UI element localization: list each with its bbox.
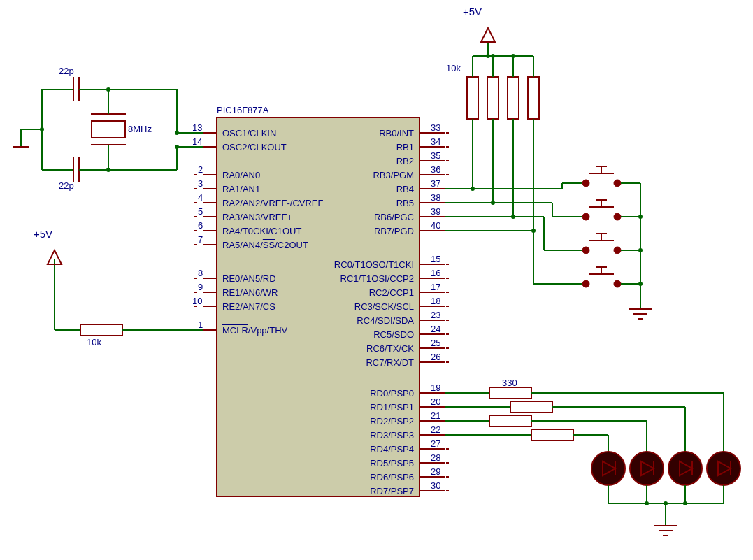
lbl-rd2: RD2/PSP2 <box>370 416 414 426</box>
lbl-ra0: RA0/AN0 <box>222 170 260 180</box>
pullup-res-label: 10k <box>446 63 461 73</box>
svg-rect-101 <box>487 77 499 119</box>
pin-38: 38 <box>431 192 440 203</box>
svg-point-134 <box>614 213 621 220</box>
pin-7: 7 <box>198 234 203 245</box>
pin-2: 2 <box>198 164 203 175</box>
pin-22: 22 <box>431 424 440 435</box>
mclr-res-label: 10k <box>87 337 101 347</box>
lbl-rd4: RD4/PSP4 <box>370 444 414 454</box>
pin-1: 1 <box>198 320 203 330</box>
pin-10: 10 <box>192 296 202 306</box>
crystal <box>91 89 126 170</box>
pin-34: 34 <box>431 136 440 147</box>
lbl-rb3: RB3/PGM <box>373 170 414 180</box>
svg-point-187 <box>707 452 740 485</box>
pin-21: 21 <box>431 410 440 421</box>
lbl-rc0: RC0/T1OSO/T1CKI <box>334 259 414 270</box>
pin-26: 26 <box>431 352 440 362</box>
mclr-pullup <box>48 250 203 336</box>
lbl-rb6: RB6/PGC <box>374 212 414 222</box>
svg-rect-165 <box>531 429 573 440</box>
lbl-rb1: RB1 <box>396 142 414 152</box>
svg-point-27 <box>175 145 179 149</box>
svg-point-117 <box>491 201 495 205</box>
vcc-mclr-label: +5V <box>34 228 52 240</box>
lbl-rb2: RB2 <box>396 156 414 166</box>
pullup-resistors <box>467 28 539 231</box>
pin-25: 25 <box>431 338 440 348</box>
pin-14: 14 <box>192 136 202 147</box>
capacitor-c2 <box>42 157 108 182</box>
svg-point-156 <box>638 215 643 219</box>
lbl-rc1: RC1/T1OSI/CCP2 <box>340 273 414 284</box>
lbl-rc2: RC2/CCP1 <box>369 287 414 298</box>
svg-point-97 <box>486 54 490 58</box>
svg-rect-102 <box>508 77 519 119</box>
leds <box>591 452 740 485</box>
pin-37: 37 <box>431 178 440 189</box>
svg-point-158 <box>638 282 643 286</box>
lbl-rd1: RD1/PSP1 <box>370 402 414 412</box>
svg-point-26 <box>175 131 179 135</box>
pin-15: 15 <box>431 254 440 264</box>
lbl-ra3: RA3/AN3/VREF+ <box>222 212 292 222</box>
pin-9: 9 <box>198 282 203 292</box>
lbl-rc5: RC5/SDO <box>373 329 414 340</box>
push-button-4 <box>533 231 640 287</box>
lbl-osc2: OSC2/CLKOUT <box>222 142 287 152</box>
svg-point-181 <box>630 452 664 485</box>
pin-33: 33 <box>431 122 440 133</box>
pin-19: 19 <box>431 382 440 393</box>
svg-point-141 <box>582 247 589 254</box>
lbl-re0: RE0/AN5/RD <box>222 273 276 284</box>
svg-rect-164 <box>489 415 531 426</box>
pin-39: 39 <box>431 206 440 217</box>
lbl-rb4: RB4 <box>396 184 414 194</box>
lbl-rd5: RD5/PSP5 <box>370 458 414 468</box>
lbl-rb7: RB7/PGD <box>374 226 414 236</box>
svg-point-184 <box>668 452 702 485</box>
svg-rect-103 <box>528 77 539 119</box>
pin-30: 30 <box>431 480 440 491</box>
lbl-rb0: RB0/INT <box>379 128 414 138</box>
lbl-rd0: RD0/PSP0 <box>370 388 414 399</box>
svg-point-157 <box>638 248 643 252</box>
cap-c1-label: 22p <box>59 66 74 76</box>
svg-marker-95 <box>481 28 495 42</box>
crystal-freq-label: 8MHz <box>128 124 152 134</box>
lbl-mclr: MCLR/Vpp/THV <box>222 325 287 336</box>
lbl-re1: RE1/AN6/WR <box>222 287 278 298</box>
push-button-2 <box>552 200 640 220</box>
pin-13: 13 <box>192 122 202 133</box>
pin-29: 29 <box>431 466 440 477</box>
pin-20: 20 <box>431 396 440 407</box>
svg-point-196 <box>683 501 687 505</box>
svg-point-114 <box>471 187 475 191</box>
pin-35: 35 <box>431 150 440 161</box>
lbl-ra4: RA4/T0CKI/C1OUT <box>222 226 301 236</box>
pin-18: 18 <box>431 296 440 306</box>
svg-rect-30 <box>80 324 122 336</box>
lbl-rc7: RC7/RX/DT <box>366 357 414 368</box>
svg-rect-162 <box>489 387 531 399</box>
lbl-rc3: RC3/SCK/SCL <box>354 301 414 312</box>
svg-point-133 <box>582 213 589 220</box>
pin-28: 28 <box>431 452 440 463</box>
led-resistors <box>489 387 573 440</box>
lbl-re2: RE2/AN7/CS <box>222 301 275 312</box>
pin-8: 8 <box>198 268 203 278</box>
pin-16: 16 <box>431 268 440 278</box>
svg-point-195 <box>645 501 649 505</box>
svg-rect-13 <box>92 121 125 138</box>
pin-36: 36 <box>431 164 440 175</box>
pin-3: 3 <box>198 178 203 189</box>
cap-c2-label: 22p <box>59 180 74 191</box>
lbl-rd6: RD6/PSP6 <box>370 472 414 482</box>
vcc-top-label: +5V <box>463 6 482 17</box>
lbl-ra1: RA1/AN1 <box>222 184 260 194</box>
svg-point-142 <box>614 247 621 254</box>
ground-buttons <box>629 309 652 319</box>
pin-23: 23 <box>431 310 440 320</box>
lbl-rd3: RD3/PSP3 <box>370 430 414 440</box>
